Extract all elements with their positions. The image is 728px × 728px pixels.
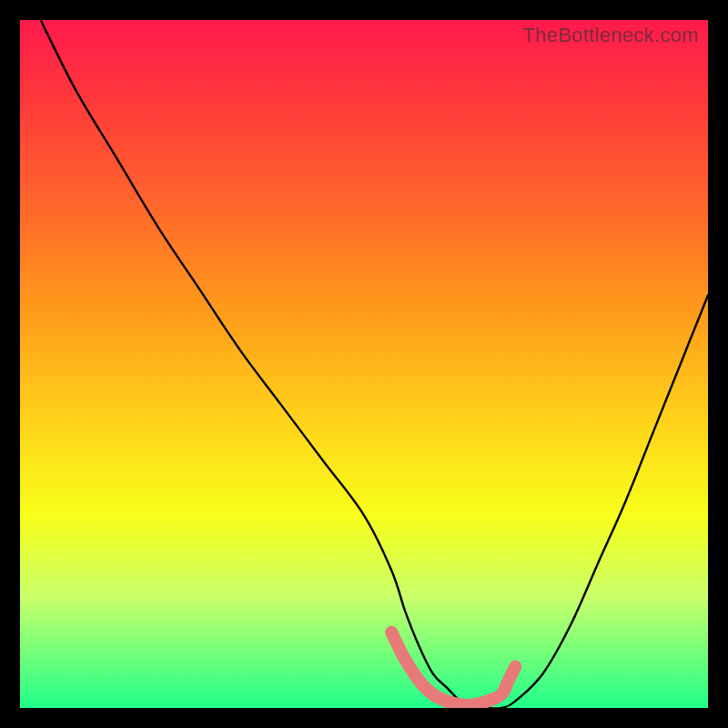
plot-area: TheBottleneck.com: [20, 20, 708, 708]
bottleneck-curve-path: [41, 20, 708, 708]
curve-layer: [20, 20, 708, 708]
chart-frame: TheBottleneck.com: [0, 0, 728, 728]
